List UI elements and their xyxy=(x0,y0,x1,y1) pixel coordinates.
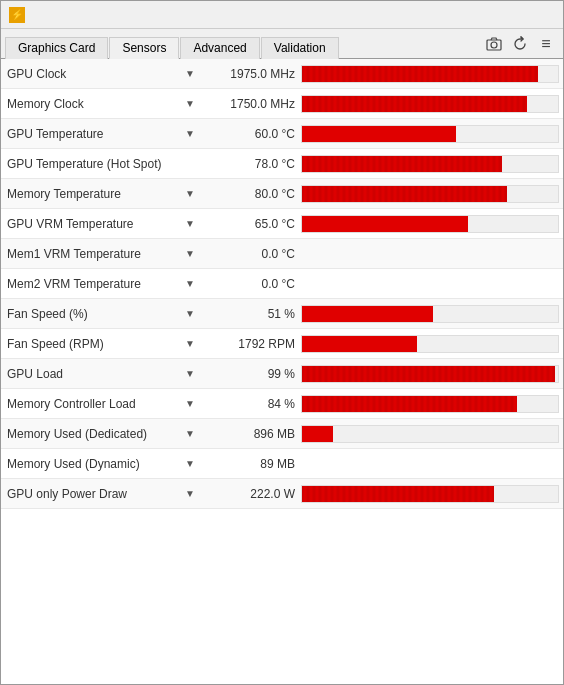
dropdown-arrow-icon[interactable]: ▼ xyxy=(185,248,195,259)
sensor-row: Memory Clock▼1750.0 MHz xyxy=(1,89,563,119)
sensor-row: GPU only Power Draw▼222.0 W xyxy=(1,479,563,509)
main-window: ⚡ Graphics Card Sensors Advanced Validat… xyxy=(0,0,564,685)
sensor-value-label: 78.0 °C xyxy=(201,157,301,171)
sensor-name-label: Memory Used (Dedicated)▼ xyxy=(1,427,201,441)
sensor-value-label: 222.0 W xyxy=(201,487,301,501)
sensor-list: GPU Clock▼1975.0 MHzMemory Clock▼1750.0 … xyxy=(1,59,563,684)
tab-bar: Graphics Card Sensors Advanced Validatio… xyxy=(1,36,477,58)
sensor-value-label: 80.0 °C xyxy=(201,187,301,201)
sensor-name-label: Memory Used (Dynamic)▼ xyxy=(1,457,201,471)
menu-button[interactable]: ≡ xyxy=(535,34,557,54)
close-button[interactable] xyxy=(527,5,555,25)
sensor-name-label: Mem2 VRM Temperature▼ xyxy=(1,277,201,291)
sensor-bar-track xyxy=(301,65,559,83)
dropdown-arrow-icon[interactable]: ▼ xyxy=(185,128,195,139)
sensor-name-label: Fan Speed (RPM)▼ xyxy=(1,337,201,351)
sensor-bar-container xyxy=(301,425,563,443)
sensor-bar-track xyxy=(301,365,559,383)
sensor-bar-fill xyxy=(302,96,527,112)
dropdown-arrow-icon[interactable]: ▼ xyxy=(185,398,195,409)
sensor-bar-container xyxy=(301,125,563,143)
sensor-value-label: 89 MB xyxy=(201,457,301,471)
sensor-bar-fill xyxy=(302,186,507,202)
sensor-bar-fill xyxy=(302,396,517,412)
sensor-bar-fill xyxy=(302,366,555,382)
toolbar: ≡ xyxy=(477,32,563,58)
sensor-row: Mem2 VRM Temperature▼0.0 °C xyxy=(1,269,563,299)
sensor-name-label: Fan Speed (%)▼ xyxy=(1,307,201,321)
svg-point-1 xyxy=(491,42,497,48)
sensor-bar-container xyxy=(301,65,563,83)
sensor-value-label: 0.0 °C xyxy=(201,247,301,261)
sensor-value-label: 60.0 °C xyxy=(201,127,301,141)
sensor-name-label: GPU Clock▼ xyxy=(1,67,201,81)
sensor-value-label: 65.0 °C xyxy=(201,217,301,231)
sensor-name-label: Memory Controller Load▼ xyxy=(1,397,201,411)
dropdown-arrow-icon[interactable]: ▼ xyxy=(185,98,195,109)
minimize-button[interactable] xyxy=(467,5,495,25)
sensor-bar-container xyxy=(301,185,563,203)
dropdown-arrow-icon[interactable]: ▼ xyxy=(185,68,195,79)
tab-sensors[interactable]: Sensors xyxy=(109,37,179,59)
sensor-bar-fill xyxy=(302,306,433,322)
dropdown-arrow-icon[interactable]: ▼ xyxy=(185,428,195,439)
sensor-bar-container xyxy=(301,305,563,323)
sensor-name-label: GPU Load▼ xyxy=(1,367,201,381)
dropdown-arrow-icon[interactable]: ▼ xyxy=(185,308,195,319)
sensor-row: Memory Controller Load▼84 % xyxy=(1,389,563,419)
sensor-row: GPU Temperature▼60.0 °C xyxy=(1,119,563,149)
sensor-bar-fill xyxy=(302,216,468,232)
sensor-row: GPU Clock▼1975.0 MHz xyxy=(1,59,563,89)
sensor-bar-fill xyxy=(302,66,538,82)
sensor-bar-fill xyxy=(302,336,417,352)
sensor-row: GPU VRM Temperature▼65.0 °C xyxy=(1,209,563,239)
sensor-row: Memory Used (Dynamic)▼89 MB xyxy=(1,449,563,479)
sensor-value-label: 51 % xyxy=(201,307,301,321)
sensor-row: Mem1 VRM Temperature▼0.0 °C xyxy=(1,239,563,269)
sensor-name-label: GPU VRM Temperature▼ xyxy=(1,217,201,231)
sensor-row: Fan Speed (RPM)▼1792 RPM xyxy=(1,329,563,359)
sensor-value-label: 896 MB xyxy=(201,427,301,441)
sensor-value-label: 1792 RPM xyxy=(201,337,301,351)
title-bar: ⚡ xyxy=(1,1,563,29)
dropdown-arrow-icon[interactable]: ▼ xyxy=(185,188,195,199)
refresh-button[interactable] xyxy=(509,34,531,54)
window-controls xyxy=(467,5,555,25)
sensor-name-label: Memory Temperature▼ xyxy=(1,187,201,201)
sensor-row: GPU Load▼99 % xyxy=(1,359,563,389)
app-icon: ⚡ xyxy=(9,7,25,23)
sensor-bar-fill xyxy=(302,156,502,172)
sensor-bar-container xyxy=(301,215,563,233)
camera-button[interactable] xyxy=(483,34,505,54)
sensor-name-label: Mem1 VRM Temperature▼ xyxy=(1,247,201,261)
dropdown-arrow-icon[interactable]: ▼ xyxy=(185,488,195,499)
sensor-row: Fan Speed (%)▼51 % xyxy=(1,299,563,329)
dropdown-arrow-icon[interactable]: ▼ xyxy=(185,278,195,289)
sensor-bar-track xyxy=(301,155,559,173)
sensor-bar-fill xyxy=(302,126,456,142)
sensor-value-label: 84 % xyxy=(201,397,301,411)
tab-validation[interactable]: Validation xyxy=(261,37,339,59)
dropdown-arrow-icon[interactable]: ▼ xyxy=(185,218,195,229)
sensor-bar-container xyxy=(301,395,563,413)
sensor-bar-track xyxy=(301,305,559,323)
sensor-row: GPU Temperature (Hot Spot)78.0 °C xyxy=(1,149,563,179)
sensor-bar-track xyxy=(301,335,559,353)
sensor-value-label: 1975.0 MHz xyxy=(201,67,301,81)
dropdown-arrow-icon[interactable]: ▼ xyxy=(185,368,195,379)
sensor-bar-container xyxy=(301,365,563,383)
sensor-value-label: 99 % xyxy=(201,367,301,381)
tab-graphics-card[interactable]: Graphics Card xyxy=(5,37,108,59)
sensor-name-label: GPU Temperature (Hot Spot) xyxy=(1,157,201,171)
sensor-bar-fill xyxy=(302,486,494,502)
sensor-bar-container xyxy=(301,335,563,353)
sensor-value-label: 0.0 °C xyxy=(201,277,301,291)
sensor-value-label: 1750.0 MHz xyxy=(201,97,301,111)
dropdown-arrow-icon[interactable]: ▼ xyxy=(185,338,195,349)
sensor-bar-track xyxy=(301,215,559,233)
sensor-row: Memory Temperature▼80.0 °C xyxy=(1,179,563,209)
maximize-button[interactable] xyxy=(497,5,525,25)
sensor-bar-track xyxy=(301,185,559,203)
dropdown-arrow-icon[interactable]: ▼ xyxy=(185,458,195,469)
tab-advanced[interactable]: Advanced xyxy=(180,37,259,59)
